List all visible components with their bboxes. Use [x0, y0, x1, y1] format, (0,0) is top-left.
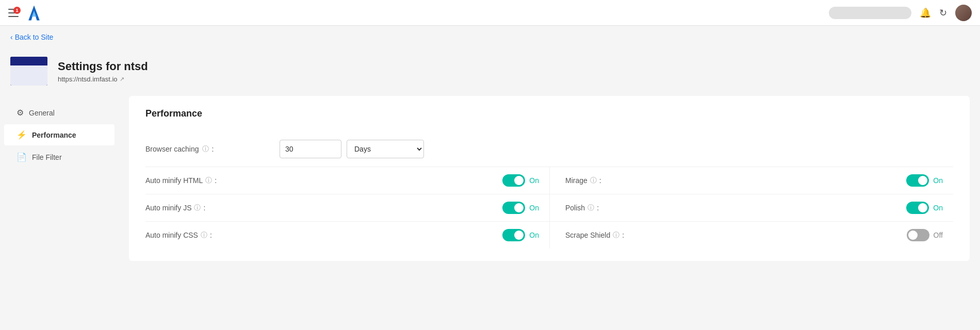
site-info: Settings for ntsd https://ntsd.imfast.io…: [58, 60, 148, 83]
site-title: Settings for ntsd: [58, 60, 148, 73]
auto-minify-css-row: Auto minify CSS ⓘ : On: [145, 222, 549, 249]
mirage-colon: :: [599, 176, 601, 185]
notification-badge: 1: [13, 7, 21, 14]
browser-caching-label-group: Browser caching ⓘ :: [145, 144, 280, 154]
polish-control: On: [906, 202, 943, 214]
auto-minify-css-toggle[interactable]: [502, 229, 525, 241]
browser-caching-row: Browser caching ⓘ : Minutes Hours Days W…: [145, 131, 953, 167]
site-url-link[interactable]: https://ntsd.imfast.io: [58, 75, 118, 83]
auto-minify-js-text: Auto minify JS: [145, 204, 191, 212]
topbar: 1 🔔 ↻: [0, 0, 980, 26]
sidebar-item-file-filter[interactable]: 📄 File Filter: [4, 146, 115, 168]
auto-minify-js-control: On: [502, 202, 539, 214]
auto-minify-js-info[interactable]: ⓘ: [194, 203, 201, 212]
mirage-label: Mirage ⓘ :: [565, 176, 906, 185]
performance-icon: ⚡: [17, 130, 27, 140]
sidebar: ⚙ General ⚡ Performance 📄 File Filter: [0, 96, 119, 302]
mirage-control: On: [906, 174, 943, 187]
auto-minify-html-toggle-label: On: [529, 176, 539, 185]
polish-label: Polish ⓘ :: [565, 203, 906, 212]
main-layout: ⚙ General ⚡ Performance 📄 File Filter Pe…: [0, 96, 980, 302]
mirage-info[interactable]: ⓘ: [590, 176, 597, 185]
caching-unit-select[interactable]: Minutes Hours Days Weeks Months: [347, 140, 424, 158]
auto-minify-css-control: On: [502, 229, 539, 241]
scrape-shield-label: Scrape Shield ⓘ :: [565, 230, 907, 240]
scrape-shield-row: Scrape Shield ⓘ : Off: [549, 222, 953, 249]
content-area: Performance Browser caching ⓘ : Minutes …: [119, 96, 980, 302]
auto-minify-html-text: Auto minify HTML: [145, 176, 203, 185]
file-icon: 📄: [17, 152, 27, 162]
auto-minify-js-row: Auto minify JS ⓘ : On: [145, 194, 549, 222]
auto-minify-js-toggle[interactable]: [502, 202, 525, 214]
browser-caching-label: Browser caching: [145, 145, 199, 153]
scrape-shield-text: Scrape Shield: [565, 231, 610, 239]
mirage-text: Mirage: [565, 176, 587, 185]
sidebar-label-general: General: [29, 109, 55, 117]
site-header: Settings for ntsd https://ntsd.imfast.io…: [0, 48, 980, 96]
polish-info[interactable]: ⓘ: [587, 203, 594, 212]
caching-inputs: Minutes Hours Days Weeks Months: [280, 140, 424, 158]
back-to-site-link[interactable]: ‹ Back to Site: [10, 33, 53, 41]
auto-minify-html-control: On: [502, 174, 539, 187]
auto-minify-html-info[interactable]: ⓘ: [205, 176, 212, 185]
sidebar-item-performance[interactable]: ⚡ Performance: [4, 124, 115, 145]
site-thumbnail: [10, 57, 47, 86]
auto-minify-css-text: Auto minify CSS: [145, 231, 198, 239]
section-title: Performance: [145, 108, 953, 119]
gear-icon: ⚙: [17, 108, 24, 118]
topbar-left: 1: [8, 4, 43, 22]
auto-minify-js-colon: :: [203, 204, 205, 212]
polish-colon: :: [597, 204, 599, 212]
scrape-shield-toggle-label: Off: [934, 231, 943, 239]
back-to-site-label: Back to Site: [15, 33, 54, 41]
auto-minify-html-colon: :: [215, 176, 217, 185]
back-chevron: ‹: [10, 33, 13, 41]
content-card: Performance Browser caching ⓘ : Minutes …: [129, 96, 970, 261]
caching-number-input[interactable]: [280, 140, 341, 158]
sidebar-item-general[interactable]: ⚙ General: [4, 102, 115, 123]
auto-minify-html-toggle[interactable]: [502, 174, 525, 187]
auto-minify-css-toggle-label: On: [529, 231, 539, 239]
back-link-container: ‹ Back to Site: [0, 26, 980, 48]
external-link-icon: ↗: [120, 76, 124, 82]
browser-caching-colon: :: [212, 145, 214, 153]
scrape-shield-control: Off: [907, 229, 943, 241]
sidebar-label-file-filter: File Filter: [32, 153, 62, 161]
sidebar-label-performance: Performance: [32, 131, 76, 139]
site-url-row: https://ntsd.imfast.io ↗: [58, 75, 148, 83]
scrape-shield-colon: :: [622, 231, 624, 239]
auto-minify-css-colon: :: [210, 231, 212, 239]
auto-minify-html-label: Auto minify HTML ⓘ :: [145, 176, 502, 185]
polish-toggle-label: On: [933, 204, 943, 212]
svg-rect-2: [8, 16, 19, 17]
auto-minify-css-label: Auto minify CSS ⓘ :: [145, 230, 502, 240]
mirage-toggle-label: On: [933, 176, 943, 185]
auto-minify-css-info[interactable]: ⓘ: [201, 230, 207, 240]
topbar-right: 🔔 ↻: [829, 5, 972, 21]
browser-caching-info-icon[interactable]: ⓘ: [202, 144, 209, 154]
mirage-row: Mirage ⓘ : On: [549, 167, 953, 194]
scrape-shield-toggle[interactable]: [907, 229, 929, 241]
logo: [25, 4, 43, 22]
mirage-toggle[interactable]: [906, 174, 929, 187]
auto-minify-js-toggle-label: On: [529, 204, 539, 212]
scrape-shield-info[interactable]: ⓘ: [613, 230, 619, 240]
user-avatar[interactable]: [955, 5, 972, 21]
refresh-icon[interactable]: ↻: [939, 7, 947, 19]
polish-text: Polish: [565, 204, 585, 212]
polish-row: Polish ⓘ : On: [549, 194, 953, 222]
settings-grid: Auto minify HTML ⓘ : On Mirage: [145, 167, 953, 249]
notification-icon[interactable]: 🔔: [920, 7, 931, 19]
hamburger-button[interactable]: 1: [8, 9, 19, 17]
polish-toggle[interactable]: [906, 202, 929, 214]
search-bar: [829, 7, 911, 19]
auto-minify-js-label: Auto minify JS ⓘ :: [145, 203, 502, 212]
auto-minify-html-row: Auto minify HTML ⓘ : On: [145, 167, 549, 194]
